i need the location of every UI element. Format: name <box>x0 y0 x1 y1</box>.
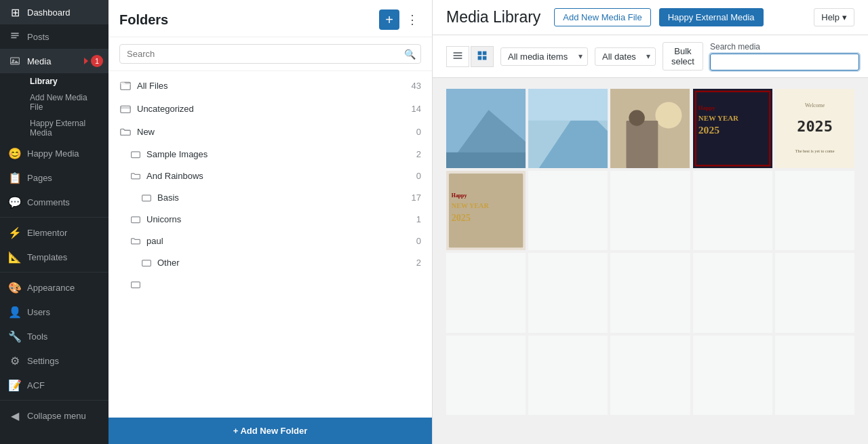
svg-rect-0 <box>11 33 18 34</box>
media-header: Media Library Add New Media File Happy E… <box>433 0 868 35</box>
dashboard-icon: ⊞ <box>8 5 22 19</box>
folder-item-new[interactable]: New 0 <box>108 120 432 143</box>
happy-external-media-button[interactable]: Happy External Media <box>659 8 764 26</box>
list-view-button[interactable] <box>446 46 469 67</box>
media-cell-18[interactable] <box>610 336 690 415</box>
sidebar-item-label: Happy Media <box>27 148 79 159</box>
sidebar-item-media[interactable]: Media 1 <box>0 49 108 73</box>
svg-rect-7 <box>132 152 140 158</box>
sidebar-subitem-add-new[interactable]: Add New Media File <box>11 89 108 115</box>
folder-name: Basis <box>157 193 406 203</box>
folders-header: Folders + ⋮ <box>108 0 432 37</box>
folder-item-paul[interactable]: paul 0 <box>108 230 432 251</box>
all-media-items-select[interactable]: All media items <box>500 47 588 66</box>
svg-text:2025: 2025 <box>452 212 471 223</box>
search-media-label: Search media <box>710 42 859 52</box>
folder-count: 14 <box>412 104 421 114</box>
templates-icon: 📐 <box>8 250 22 264</box>
folders-more-options-button[interactable]: ⋮ <box>403 9 421 30</box>
folder-item-basis[interactable]: Basis 17 <box>108 186 432 208</box>
media-cell-13[interactable] <box>610 253 690 332</box>
media-cell-12[interactable] <box>528 253 608 332</box>
media-cell-4[interactable]: Happy NEW YEAR 2025 <box>693 89 772 168</box>
media-icon <box>8 54 22 68</box>
sidebar-item-tools[interactable]: 🔧 Tools <box>0 324 108 348</box>
sidebar-item-templates[interactable]: 📐 Templates <box>0 245 108 269</box>
media-cell-16[interactable] <box>446 336 526 415</box>
folder-item-all-files[interactable]: All Files 43 <box>108 74 432 97</box>
media-cell-10[interactable] <box>775 171 854 250</box>
folders-search-input[interactable] <box>119 44 421 64</box>
grid-view-button[interactable] <box>471 46 494 67</box>
media-cell-2[interactable] <box>528 89 608 168</box>
sidebar-item-appearance[interactable]: 🎨 Appearance <box>0 275 108 300</box>
svg-point-28 <box>629 110 645 125</box>
media-cell-14[interactable] <box>693 253 772 332</box>
posts-icon <box>8 30 22 43</box>
folder-item-sample-images[interactable]: Sample Images 2 <box>108 143 432 165</box>
media-cell-7[interactable] <box>528 171 608 250</box>
folder-name: Unicorns <box>146 214 411 224</box>
media-cell-5[interactable]: Welcome 2025 The best is yet to come <box>775 89 854 168</box>
folder-item-and-rainbows[interactable]: And Rainbows 0 <box>108 165 432 186</box>
svg-rect-3 <box>11 58 20 64</box>
sidebar-item-label: Templates <box>27 252 67 262</box>
sidebar-item-dashboard[interactable]: ⊞ Dashboard <box>0 0 108 24</box>
svg-rect-9 <box>132 217 140 223</box>
sidebar-item-collapse[interactable]: ◀ Collapse menu <box>0 403 108 428</box>
media-arrow-indicator <box>84 58 88 64</box>
media-cell-20[interactable] <box>775 336 854 415</box>
sidebar-item-pages[interactable]: 📋 Pages <box>0 165 108 190</box>
folders-search-area: 🔍 <box>108 37 432 71</box>
sidebar-subitem-library[interactable]: Library <box>11 73 108 89</box>
media-cell-17[interactable] <box>528 336 608 415</box>
sidebar-item-users[interactable]: 👤 Users <box>0 300 108 324</box>
folder-item-unicorns[interactable]: Unicorns 1 <box>108 208 432 230</box>
sidebar-item-happy-media[interactable]: 😊 Happy Media <box>0 141 108 165</box>
svg-rect-2 <box>11 37 16 39</box>
elementor-icon: ⚡ <box>8 226 22 239</box>
folder-item-extra[interactable] <box>108 273 432 295</box>
media-cell-19[interactable] <box>693 336 772 415</box>
svg-text:Welcome: Welcome <box>805 102 825 108</box>
svg-rect-14 <box>454 58 462 59</box>
sidebar-item-label: Comments <box>27 197 70 207</box>
add-new-folder-button[interactable]: + Add New Folder <box>108 418 432 444</box>
sidebar-item-acf[interactable]: 📝 ACF <box>0 373 108 397</box>
sidebar-subitem-happy-external[interactable]: Happy External Media <box>11 115 108 141</box>
folder-icon <box>130 214 141 224</box>
help-chevron-icon: ▾ <box>842 12 847 22</box>
media-cell-8[interactable] <box>610 171 690 250</box>
sidebar: ⊞ Dashboard Posts Media 1 Library Add Ne… <box>0 0 108 444</box>
sidebar-item-label: ACF <box>27 380 45 390</box>
folder-count: 2 <box>416 149 421 159</box>
folder-item-uncategorized[interactable]: Uncategorized 14 <box>108 97 432 120</box>
help-button[interactable]: Help ▾ <box>814 8 854 26</box>
media-cell-1[interactable] <box>446 89 526 168</box>
media-filter-wrap: All media items <box>500 47 588 66</box>
media-cell-9[interactable] <box>693 171 772 250</box>
tools-icon: 🔧 <box>8 329 22 343</box>
folders-search-wrap: 🔍 <box>119 44 421 64</box>
sidebar-item-comments[interactable]: 💬 Comments <box>0 190 108 214</box>
media-cell-11[interactable] <box>446 253 526 332</box>
svg-point-4 <box>12 60 14 62</box>
media-cell-15[interactable] <box>775 253 854 332</box>
sidebar-item-posts[interactable]: Posts <box>0 24 108 49</box>
add-folder-icon-button[interactable]: + <box>379 9 399 30</box>
bulk-select-button[interactable]: Bulk select <box>663 42 703 70</box>
pages-icon: 📋 <box>8 171 22 184</box>
media-cell-6[interactable]: Happy NEW YEAR 2025 <box>446 171 526 250</box>
sidebar-item-label: Users <box>27 307 50 317</box>
all-dates-select[interactable]: All dates <box>595 47 656 66</box>
add-new-media-button[interactable]: Add New Media File <box>554 8 650 26</box>
sidebar-item-settings[interactable]: ⚙ Settings <box>0 348 108 373</box>
folder-open-icon <box>130 235 141 246</box>
media-cell-3[interactable] <box>610 89 690 168</box>
search-media-input[interactable] <box>710 54 859 70</box>
folder-count: 0 <box>416 171 421 181</box>
folder-item-other[interactable]: Other 2 <box>108 251 432 273</box>
sidebar-item-elementor[interactable]: ⚡ Elementor <box>0 220 108 245</box>
folder-count: 2 <box>416 258 421 268</box>
acf-icon: 📝 <box>8 378 22 392</box>
